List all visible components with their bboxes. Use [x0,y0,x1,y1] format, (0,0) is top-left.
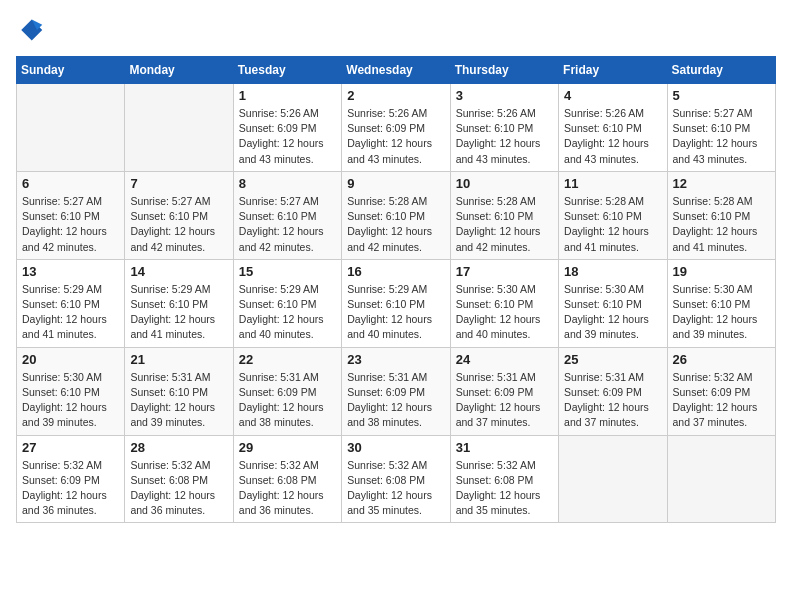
day-number: 17 [456,264,553,279]
calendar-cell: 25Sunrise: 5:31 AM Sunset: 6:09 PM Dayli… [559,347,667,435]
calendar-week-row: 6Sunrise: 5:27 AM Sunset: 6:10 PM Daylig… [17,171,776,259]
day-number: 31 [456,440,553,455]
day-number: 13 [22,264,119,279]
calendar-cell: 24Sunrise: 5:31 AM Sunset: 6:09 PM Dayli… [450,347,558,435]
day-info: Sunrise: 5:30 AM Sunset: 6:10 PM Dayligh… [673,282,770,343]
calendar-cell: 20Sunrise: 5:30 AM Sunset: 6:10 PM Dayli… [17,347,125,435]
day-number: 28 [130,440,227,455]
day-info: Sunrise: 5:28 AM Sunset: 6:10 PM Dayligh… [564,194,661,255]
day-info: Sunrise: 5:31 AM Sunset: 6:09 PM Dayligh… [564,370,661,431]
day-info: Sunrise: 5:28 AM Sunset: 6:10 PM Dayligh… [673,194,770,255]
day-number: 15 [239,264,336,279]
calendar-cell: 5Sunrise: 5:27 AM Sunset: 6:10 PM Daylig… [667,84,775,172]
day-number: 6 [22,176,119,191]
day-info: Sunrise: 5:31 AM Sunset: 6:09 PM Dayligh… [456,370,553,431]
calendar-cell [125,84,233,172]
logo [16,16,48,44]
calendar-cell: 11Sunrise: 5:28 AM Sunset: 6:10 PM Dayli… [559,171,667,259]
day-info: Sunrise: 5:31 AM Sunset: 6:09 PM Dayligh… [347,370,444,431]
day-info: Sunrise: 5:29 AM Sunset: 6:10 PM Dayligh… [347,282,444,343]
calendar-cell: 17Sunrise: 5:30 AM Sunset: 6:10 PM Dayli… [450,259,558,347]
calendar-cell [559,435,667,523]
day-info: Sunrise: 5:27 AM Sunset: 6:10 PM Dayligh… [673,106,770,167]
col-header-friday: Friday [559,57,667,84]
day-number: 22 [239,352,336,367]
day-info: Sunrise: 5:26 AM Sunset: 6:09 PM Dayligh… [347,106,444,167]
calendar-cell: 23Sunrise: 5:31 AM Sunset: 6:09 PM Dayli… [342,347,450,435]
day-info: Sunrise: 5:26 AM Sunset: 6:10 PM Dayligh… [456,106,553,167]
calendar-cell: 12Sunrise: 5:28 AM Sunset: 6:10 PM Dayli… [667,171,775,259]
day-number: 27 [22,440,119,455]
day-info: Sunrise: 5:30 AM Sunset: 6:10 PM Dayligh… [456,282,553,343]
logo-icon [16,16,44,44]
calendar-week-row: 27Sunrise: 5:32 AM Sunset: 6:09 PM Dayli… [17,435,776,523]
day-number: 1 [239,88,336,103]
day-info: Sunrise: 5:32 AM Sunset: 6:08 PM Dayligh… [347,458,444,519]
day-number: 24 [456,352,553,367]
day-number: 11 [564,176,661,191]
day-number: 29 [239,440,336,455]
calendar-cell: 29Sunrise: 5:32 AM Sunset: 6:08 PM Dayli… [233,435,341,523]
svg-marker-0 [21,20,42,41]
calendar-cell: 10Sunrise: 5:28 AM Sunset: 6:10 PM Dayli… [450,171,558,259]
day-info: Sunrise: 5:27 AM Sunset: 6:10 PM Dayligh… [22,194,119,255]
day-info: Sunrise: 5:27 AM Sunset: 6:10 PM Dayligh… [130,194,227,255]
day-number: 26 [673,352,770,367]
calendar-cell [17,84,125,172]
calendar-cell: 19Sunrise: 5:30 AM Sunset: 6:10 PM Dayli… [667,259,775,347]
col-header-monday: Monday [125,57,233,84]
day-info: Sunrise: 5:31 AM Sunset: 6:09 PM Dayligh… [239,370,336,431]
day-number: 20 [22,352,119,367]
day-number: 7 [130,176,227,191]
calendar-cell: 7Sunrise: 5:27 AM Sunset: 6:10 PM Daylig… [125,171,233,259]
day-info: Sunrise: 5:32 AM Sunset: 6:08 PM Dayligh… [456,458,553,519]
day-number: 21 [130,352,227,367]
day-number: 30 [347,440,444,455]
day-number: 8 [239,176,336,191]
day-info: Sunrise: 5:29 AM Sunset: 6:10 PM Dayligh… [130,282,227,343]
day-info: Sunrise: 5:31 AM Sunset: 6:10 PM Dayligh… [130,370,227,431]
day-info: Sunrise: 5:32 AM Sunset: 6:08 PM Dayligh… [130,458,227,519]
calendar-cell: 21Sunrise: 5:31 AM Sunset: 6:10 PM Dayli… [125,347,233,435]
day-number: 14 [130,264,227,279]
day-info: Sunrise: 5:26 AM Sunset: 6:09 PM Dayligh… [239,106,336,167]
col-header-tuesday: Tuesday [233,57,341,84]
day-number: 2 [347,88,444,103]
calendar-cell: 8Sunrise: 5:27 AM Sunset: 6:10 PM Daylig… [233,171,341,259]
calendar-cell [667,435,775,523]
calendar-cell: 9Sunrise: 5:28 AM Sunset: 6:10 PM Daylig… [342,171,450,259]
day-info: Sunrise: 5:32 AM Sunset: 6:08 PM Dayligh… [239,458,336,519]
day-number: 16 [347,264,444,279]
day-info: Sunrise: 5:28 AM Sunset: 6:10 PM Dayligh… [347,194,444,255]
page-header [16,16,776,44]
calendar-cell: 31Sunrise: 5:32 AM Sunset: 6:08 PM Dayli… [450,435,558,523]
day-number: 4 [564,88,661,103]
day-number: 10 [456,176,553,191]
calendar-cell: 15Sunrise: 5:29 AM Sunset: 6:10 PM Dayli… [233,259,341,347]
day-number: 18 [564,264,661,279]
calendar-cell: 1Sunrise: 5:26 AM Sunset: 6:09 PM Daylig… [233,84,341,172]
calendar-table: SundayMondayTuesdayWednesdayThursdayFrid… [16,56,776,523]
col-header-wednesday: Wednesday [342,57,450,84]
day-info: Sunrise: 5:27 AM Sunset: 6:10 PM Dayligh… [239,194,336,255]
day-info: Sunrise: 5:28 AM Sunset: 6:10 PM Dayligh… [456,194,553,255]
calendar-cell: 4Sunrise: 5:26 AM Sunset: 6:10 PM Daylig… [559,84,667,172]
calendar-cell: 26Sunrise: 5:32 AM Sunset: 6:09 PM Dayli… [667,347,775,435]
day-info: Sunrise: 5:32 AM Sunset: 6:09 PM Dayligh… [673,370,770,431]
day-number: 19 [673,264,770,279]
day-number: 9 [347,176,444,191]
calendar-cell: 22Sunrise: 5:31 AM Sunset: 6:09 PM Dayli… [233,347,341,435]
calendar-header-row: SundayMondayTuesdayWednesdayThursdayFrid… [17,57,776,84]
day-number: 12 [673,176,770,191]
calendar-cell: 14Sunrise: 5:29 AM Sunset: 6:10 PM Dayli… [125,259,233,347]
day-number: 5 [673,88,770,103]
day-info: Sunrise: 5:30 AM Sunset: 6:10 PM Dayligh… [564,282,661,343]
calendar-cell: 13Sunrise: 5:29 AM Sunset: 6:10 PM Dayli… [17,259,125,347]
day-number: 25 [564,352,661,367]
day-number: 3 [456,88,553,103]
day-info: Sunrise: 5:32 AM Sunset: 6:09 PM Dayligh… [22,458,119,519]
calendar-cell: 2Sunrise: 5:26 AM Sunset: 6:09 PM Daylig… [342,84,450,172]
day-info: Sunrise: 5:30 AM Sunset: 6:10 PM Dayligh… [22,370,119,431]
day-info: Sunrise: 5:29 AM Sunset: 6:10 PM Dayligh… [239,282,336,343]
calendar-cell: 30Sunrise: 5:32 AM Sunset: 6:08 PM Dayli… [342,435,450,523]
